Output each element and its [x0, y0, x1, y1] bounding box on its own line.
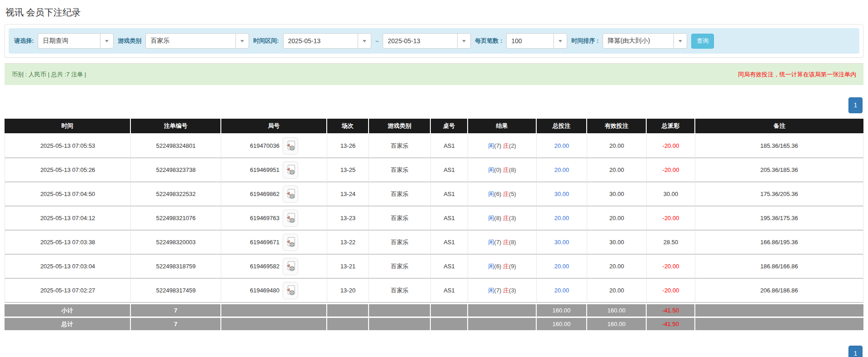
date-from-select[interactable]: 2025-05-13 — [283, 33, 371, 49]
total-valid-bet: 160.00 — [587, 317, 647, 330]
cell-game-type: 百家乐 — [369, 158, 431, 182]
round-number: 619469671 — [250, 239, 279, 246]
cell-result: 闲(7) 庄(8) — [468, 231, 537, 255]
cell-note: 185.36/165.36 — [695, 134, 863, 158]
cell-table-no: AS1 — [431, 206, 468, 231]
cell-time: 2025-05-13 07:02:27 — [5, 279, 131, 303]
video-replay-button[interactable] — [283, 234, 298, 251]
cell-time: 2025-05-13 07:03:38 — [5, 231, 131, 255]
cell-total-bet[interactable]: 30.00 — [537, 182, 587, 206]
cell-payout: -20.00 — [647, 279, 695, 303]
result-player-label: 闲 — [488, 239, 494, 246]
cell-note: 175.36/205.36 — [695, 182, 863, 206]
cell-round: 619469951 — [221, 158, 327, 182]
cell-bet-id: 522498322532 — [131, 182, 221, 206]
result-player-score: (7) — [494, 287, 501, 294]
game-type-select[interactable]: 百家乐 — [145, 33, 249, 49]
film-replay-icon — [286, 189, 295, 200]
header-bet-id: 注单编号 — [131, 119, 221, 134]
cell-payout: 28.50 — [647, 231, 695, 255]
date-from-value: 2025-05-13 — [284, 34, 358, 48]
cell-game-type: 百家乐 — [369, 134, 431, 158]
cell-total-bet[interactable]: 20.00 — [537, 279, 587, 303]
header-result: 结果 — [468, 119, 537, 134]
chevron-down-icon — [457, 34, 470, 48]
result-player-score: (8) — [494, 215, 501, 221]
cell-session: 13-25 — [327, 158, 369, 182]
table-row: 2025-05-13 07:05:26 522498323738 6194699… — [5, 158, 863, 182]
cell-time: 2025-05-13 07:03:04 — [5, 255, 131, 279]
header-time: 时间 — [5, 119, 131, 134]
page-size-value: 100 — [507, 34, 554, 48]
cell-game-type: 百家乐 — [369, 182, 431, 206]
result-banker-label: 庄 — [503, 166, 509, 173]
cell-time: 2025-05-13 07:05:26 — [5, 158, 131, 182]
result-player-score: (6) — [494, 263, 501, 270]
result-banker-label: 庄 — [503, 215, 509, 221]
cell-table-no: AS1 — [431, 231, 468, 255]
round-number: 619470036 — [250, 142, 279, 149]
video-replay-button[interactable] — [283, 186, 298, 203]
page-1-button[interactable]: 1 — [848, 97, 863, 113]
cell-session: 13-21 — [327, 255, 369, 279]
video-replay-button[interactable] — [283, 137, 298, 155]
cell-note: 206.86/186.86 — [695, 279, 863, 303]
video-replay-button[interactable] — [283, 258, 298, 275]
cell-bet-id: 522498321076 — [131, 206, 221, 231]
cell-valid-bet: 30.00 — [587, 231, 647, 255]
pagination-bottom: 1 — [5, 346, 863, 357]
result-player-score: (6) — [494, 191, 501, 197]
result-banker-score: (3) — [509, 287, 516, 294]
result-banker-score: (8) — [509, 166, 516, 173]
chevron-down-icon — [235, 34, 249, 48]
chevron-down-icon — [100, 34, 113, 48]
film-replay-icon — [286, 261, 295, 272]
cell-total-bet[interactable]: 20.00 — [537, 255, 587, 279]
time-sort-value: 降冪(由大到小) — [603, 34, 673, 48]
page-1-button[interactable]: 1 — [848, 346, 863, 357]
table-header: 时间 注单编号 局号 场次 游戏类别 桌号 结果 总投注 有效投注 总派彩 备注 — [5, 119, 863, 134]
cell-total-bet[interactable]: 30.00 — [537, 231, 587, 255]
time-sort-label: 时间排序 : — [571, 37, 599, 45]
round-number: 619469951 — [250, 166, 279, 173]
cell-total-bet[interactable]: 20.00 — [537, 134, 587, 158]
header-note: 备注 — [695, 119, 863, 134]
page-size-select[interactable]: 100 — [506, 33, 567, 49]
cell-time: 2025-05-13 07:05:53 — [5, 134, 131, 158]
header-game-type: 游戏类别 — [369, 119, 431, 134]
page-title: 视讯 会员下注纪录 — [5, 6, 863, 19]
cell-valid-bet: 20.00 — [587, 206, 647, 231]
cell-time: 2025-05-13 07:04:12 — [5, 206, 131, 231]
result-banker-score: (2) — [509, 142, 516, 149]
cell-round: 619470036 — [221, 134, 327, 158]
query-mode-select[interactable]: 日期查询 — [38, 33, 114, 49]
cell-bet-id: 522498324801 — [131, 134, 221, 158]
subtotal-label: 小计 — [5, 303, 131, 317]
result-banker-score: (3) — [509, 215, 516, 221]
cell-total-bet[interactable]: 20.00 — [537, 158, 587, 182]
video-replay-button[interactable] — [283, 282, 298, 299]
cell-table-no: AS1 — [431, 279, 468, 303]
cell-total-bet[interactable]: 20.00 — [537, 206, 587, 231]
cell-bet-id: 522498323738 — [131, 158, 221, 182]
table-row: 2025-05-13 07:04:50 522498322532 6194698… — [5, 182, 863, 206]
cell-valid-bet: 20.00 — [587, 158, 647, 182]
cell-valid-bet: 20.00 — [587, 279, 647, 303]
video-replay-button[interactable] — [283, 210, 298, 227]
total-row: 总计 7 160.00 160.00 -41.50 — [5, 317, 863, 330]
round-number: 619469763 — [250, 215, 279, 221]
search-button[interactable]: 查询 — [691, 34, 714, 49]
round-number: 619469862 — [250, 191, 279, 197]
video-replay-button[interactable] — [283, 161, 298, 179]
header-total-bet: 总投注 — [537, 119, 587, 134]
film-replay-icon — [286, 213, 295, 224]
cell-bet-id: 522498317459 — [131, 279, 221, 303]
cell-payout: 30.00 — [647, 182, 695, 206]
cell-note: 186.86/166.86 — [695, 255, 863, 279]
date-to-select[interactable]: 2025-05-13 — [383, 33, 471, 49]
result-player-label: 闲 — [488, 263, 494, 270]
time-sort-select[interactable]: 降冪(由大到小) — [603, 33, 687, 49]
cell-payout: -20.00 — [647, 158, 695, 182]
chevron-down-icon — [358, 34, 371, 48]
film-replay-icon — [286, 165, 295, 176]
